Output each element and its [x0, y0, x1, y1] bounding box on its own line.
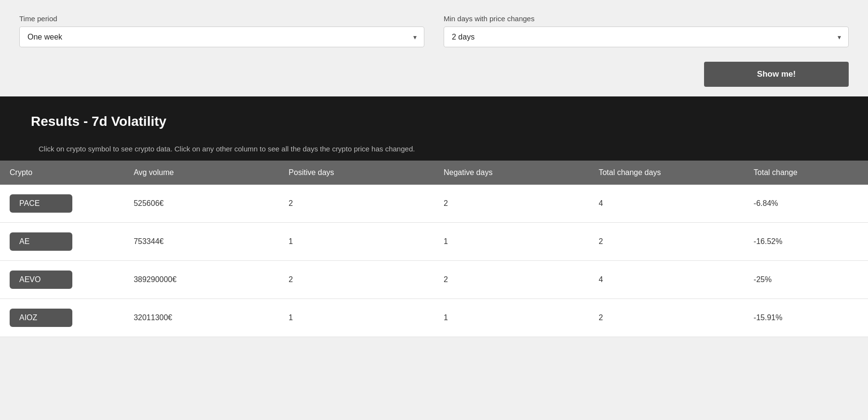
cell-total-change-days-1[interactable]: 2 — [589, 223, 744, 261]
cell-total-change-2[interactable]: -25% — [744, 261, 868, 299]
cell-avg-volume-1[interactable]: 753344€ — [124, 223, 279, 261]
min-days-select[interactable]: 1 day 2 days 3 days 4 days 5 days — [444, 27, 849, 47]
table-row: AIOZ32011300€112-15.91% — [0, 299, 868, 337]
cell-crypto-0: PACE — [0, 185, 124, 223]
results-header: Results - 7d Volatility Click on crypto … — [0, 96, 868, 161]
cell-total-change-days-0[interactable]: 4 — [589, 185, 744, 223]
filter-section: Time period One week Two weeks One month… — [0, 0, 868, 96]
cell-crypto-2: AEVO — [0, 261, 124, 299]
table-row: AEVO389290000€224-25% — [0, 261, 868, 299]
data-table: Crypto Avg volume Positive days Negative… — [0, 161, 868, 337]
time-period-label: Time period — [19, 14, 424, 23]
cell-negative-days-3[interactable]: 1 — [434, 299, 589, 337]
results-subtitle: Click on crypto symbol to see crypto dat… — [19, 137, 849, 161]
time-period-select-wrapper: One week Two weeks One month Three month… — [19, 27, 424, 47]
cell-positive-days-1[interactable]: 1 — [279, 223, 434, 261]
crypto-badge-ae[interactable]: AE — [10, 232, 72, 251]
cell-positive-days-0[interactable]: 2 — [279, 185, 434, 223]
results-title: Results - 7d Volatility — [19, 106, 178, 137]
cell-negative-days-0[interactable]: 2 — [434, 185, 589, 223]
cell-total-change-days-3[interactable]: 2 — [589, 299, 744, 337]
table-row: PACE525606€224-6.84% — [0, 185, 868, 223]
table-header-row: Crypto Avg volume Positive days Negative… — [0, 161, 868, 185]
min-days-group: Min days with price changes 1 day 2 days… — [444, 14, 849, 47]
cell-avg-volume-0[interactable]: 525606€ — [124, 185, 279, 223]
crypto-badge-aevo[interactable]: AEVO — [10, 271, 72, 289]
cell-total-change-days-2[interactable]: 4 — [589, 261, 744, 299]
crypto-badge-pace[interactable]: PACE — [10, 194, 72, 213]
filter-row: Time period One week Two weeks One month… — [19, 14, 849, 47]
col-header-total-change[interactable]: Total change — [744, 161, 868, 185]
cell-avg-volume-2[interactable]: 389290000€ — [124, 261, 279, 299]
cell-crypto-1: AE — [0, 223, 124, 261]
cell-avg-volume-3[interactable]: 32011300€ — [124, 299, 279, 337]
col-header-negative-days[interactable]: Negative days — [434, 161, 589, 185]
col-header-avg-volume[interactable]: Avg volume — [124, 161, 279, 185]
cell-negative-days-2[interactable]: 2 — [434, 261, 589, 299]
table-row: AE753344€112-16.52% — [0, 223, 868, 261]
show-me-button[interactable]: Show me! — [704, 62, 849, 87]
crypto-badge-aioz[interactable]: AIOZ — [10, 309, 72, 327]
min-days-select-wrapper: 1 day 2 days 3 days 4 days 5 days — [444, 27, 849, 47]
col-header-positive-days[interactable]: Positive days — [279, 161, 434, 185]
cell-crypto-3: AIOZ — [0, 299, 124, 337]
time-period-select[interactable]: One week Two weeks One month Three month… — [19, 27, 424, 47]
cell-positive-days-3[interactable]: 1 — [279, 299, 434, 337]
cell-positive-days-2[interactable]: 2 — [279, 261, 434, 299]
min-days-label: Min days with price changes — [444, 14, 849, 23]
cell-negative-days-1[interactable]: 1 — [434, 223, 589, 261]
cell-total-change-0[interactable]: -6.84% — [744, 185, 868, 223]
col-header-crypto[interactable]: Crypto — [0, 161, 124, 185]
cell-total-change-3[interactable]: -15.91% — [744, 299, 868, 337]
table-section: Crypto Avg volume Positive days Negative… — [0, 161, 868, 337]
button-row: Show me! — [19, 57, 849, 87]
cell-total-change-1[interactable]: -16.52% — [744, 223, 868, 261]
col-header-total-change-days[interactable]: Total change days — [589, 161, 744, 185]
time-period-group: Time period One week Two weeks One month… — [19, 14, 424, 47]
